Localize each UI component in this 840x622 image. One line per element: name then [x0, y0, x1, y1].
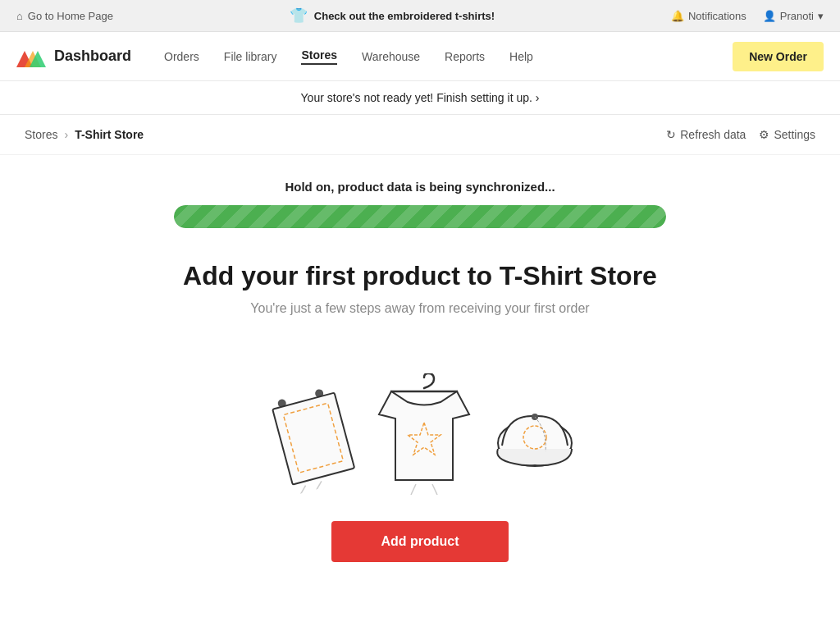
- nav-file-library[interactable]: File library: [224, 50, 277, 63]
- cap-illustration: [490, 406, 564, 472]
- nav-orders[interactable]: Orders: [164, 50, 199, 63]
- new-order-button[interactable]: New Order: [733, 42, 824, 71]
- nav-links: Orders File library Stores Warehouse Rep…: [164, 48, 733, 65]
- home-link[interactable]: Go to Home Page: [28, 10, 113, 22]
- user-name: Pranoti: [780, 10, 814, 22]
- tshirt-announcement-icon: 👕: [290, 7, 308, 25]
- user-menu[interactable]: 👤 Pranoti ▾: [763, 10, 824, 22]
- add-product-button[interactable]: Add product: [331, 521, 508, 562]
- cap-svg: [490, 406, 580, 480]
- top-bar-right: 🔔 Notifications 👤 Pranoti ▾: [671, 10, 824, 22]
- settings-button[interactable]: ⚙ Settings: [759, 128, 815, 141]
- setup-banner[interactable]: Your store's not ready yet! Finish setti…: [0, 81, 840, 115]
- progress-bar-fill: [174, 205, 666, 228]
- main-content: Stores › T-Shirt Store ↻ Refresh data ⚙ …: [0, 115, 840, 622]
- svg-line-11: [411, 484, 416, 495]
- notifications-button[interactable]: 🔔 Notifications: [671, 10, 746, 22]
- canvas-illustration: [266, 382, 360, 488]
- announcement-bar: 👕 Check out the embroidered t-shirts!: [290, 7, 495, 25]
- setup-chevron: ›: [536, 91, 540, 104]
- nav-stores[interactable]: Stores: [301, 48, 337, 65]
- progress-bar: [174, 205, 666, 228]
- svg-line-8: [313, 481, 323, 491]
- breadcrumb: Stores › T-Shirt Store: [25, 128, 144, 141]
- sync-text: Hold on, product data is being synchroni…: [16, 180, 824, 194]
- page-toolbar: Stores › T-Shirt Store ↻ Refresh data ⚙ …: [0, 115, 840, 155]
- brand: Dashboard: [16, 44, 131, 69]
- bell-icon: 🔔: [671, 10, 684, 22]
- nav-warehouse[interactable]: Warehouse: [362, 50, 420, 63]
- breadcrumb-stores[interactable]: Stores: [25, 128, 57, 141]
- breadcrumb-separator: ›: [64, 128, 68, 141]
- home-link-container[interactable]: ⌂ Go to Home Page: [16, 10, 113, 22]
- refresh-data-button[interactable]: ↻ Refresh data: [666, 128, 746, 141]
- chevron-down-icon: ▾: [818, 10, 824, 22]
- brand-logo: [16, 44, 46, 69]
- refresh-label: Refresh data: [680, 128, 746, 141]
- new-order-container: New Order: [733, 42, 824, 71]
- hero-title: Add your first product to T-Shirt Store: [16, 261, 824, 291]
- notifications-label: Notifications: [688, 10, 746, 22]
- user-icon: 👤: [763, 10, 776, 22]
- sync-section: Hold on, product data is being synchroni…: [0, 155, 840, 236]
- refresh-icon: ↻: [666, 128, 676, 141]
- svg-rect-5: [272, 393, 354, 485]
- nav-help[interactable]: Help: [509, 50, 533, 63]
- brand-name: Dashboard: [54, 48, 131, 65]
- breadcrumb-current-store: T-Shirt Store: [75, 128, 144, 141]
- home-icon: ⌂: [16, 10, 23, 22]
- gear-icon: ⚙: [759, 128, 769, 141]
- canvas-svg: [266, 382, 363, 496]
- setup-text: Your store's not ready yet! Finish setti…: [301, 91, 532, 104]
- nav-reports[interactable]: Reports: [445, 50, 485, 63]
- hero-section: Add your first product to T-Shirt Store …: [0, 236, 840, 611]
- settings-label: Settings: [774, 128, 815, 141]
- toolbar-actions: ↻ Refresh data ⚙ Settings: [666, 128, 815, 141]
- svg-line-12: [432, 484, 437, 495]
- navbar: Dashboard Orders File library Stores War…: [0, 32, 840, 81]
- hero-subtitle: You're just a few steps away from receiv…: [16, 301, 824, 316]
- tshirt-illustration: [375, 373, 465, 488]
- illustration: [16, 341, 824, 488]
- tshirt-svg: [375, 373, 473, 496]
- top-bar: ⌂ Go to Home Page 👕 Check out the embroi…: [0, 0, 840, 32]
- svg-line-7: [298, 486, 308, 496]
- announcement-text: Check out the embroidered t-shirts!: [314, 10, 495, 22]
